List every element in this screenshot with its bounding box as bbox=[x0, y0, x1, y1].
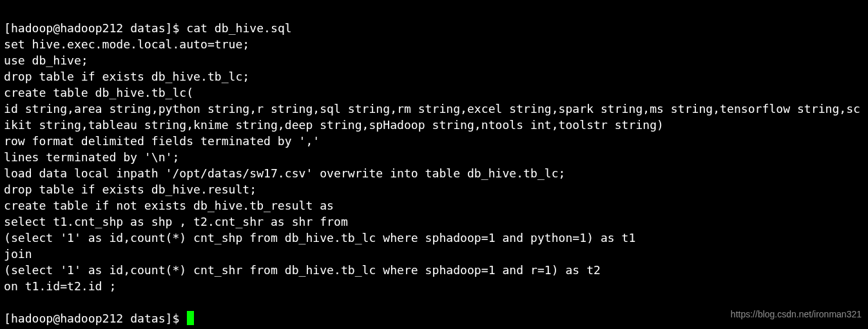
terminal-window[interactable]: [hadoop@hadoop212 datas]$ cat db_hive.sq… bbox=[0, 0, 868, 329]
prompt-line-1: [hadoop@hadoop212 datas]$ cat db_hive.sq… bbox=[4, 21, 292, 35]
prompt-open: [ bbox=[4, 312, 11, 325]
file-line: (select '1' as id,count(*) cnt_shp from … bbox=[4, 231, 635, 244]
prompt-host: hadoop212 bbox=[60, 312, 123, 325]
file-line: select t1.cnt_shp as shp , t2.cnt_shr as… bbox=[4, 215, 348, 228]
prompt-space bbox=[123, 21, 130, 35]
file-line: set hive.exec.mode.local.auto=true; bbox=[4, 37, 249, 51]
prompt-line-2: [hadoop@hadoop212 datas]$ bbox=[4, 312, 194, 325]
file-line: load data local inpath '/opt/datas/sw17.… bbox=[4, 166, 565, 180]
prompt-at: @ bbox=[53, 21, 60, 35]
prompt-user: hadoop bbox=[11, 21, 53, 35]
file-line: (select '1' as id,count(*) cnt_shr from … bbox=[4, 263, 601, 277]
prompt-at: @ bbox=[53, 312, 60, 325]
file-line: create table db_hive.tb_lc( bbox=[4, 86, 193, 99]
prompt-host: hadoop212 bbox=[60, 21, 123, 35]
file-line: on t1.id=t2.id ; bbox=[4, 279, 116, 293]
prompt-open: [ bbox=[4, 21, 11, 35]
watermark-text: https://blog.csdn.net/ironman321 bbox=[731, 306, 862, 323]
prompt-close: ]$ bbox=[166, 312, 187, 325]
prompt-path: datas bbox=[130, 312, 165, 325]
file-line: join bbox=[4, 247, 32, 261]
command-text: cat db_hive.sql bbox=[186, 21, 291, 35]
file-line: lines terminated by '\n'; bbox=[4, 150, 179, 164]
file-line: id string,area string,python string,r st… bbox=[4, 102, 860, 132]
prompt-space bbox=[123, 312, 130, 325]
prompt-path: datas bbox=[130, 21, 165, 35]
prompt-user: hadoop bbox=[11, 312, 53, 325]
prompt-close: ]$ bbox=[166, 21, 187, 35]
file-line: drop table if exists db_hive.result; bbox=[4, 183, 256, 196]
cursor-block bbox=[187, 311, 194, 325]
file-line: create table if not exists db_hive.tb_re… bbox=[4, 199, 334, 212]
file-line: row format delimited fields terminated b… bbox=[4, 134, 320, 148]
file-line: drop table if exists db_hive.tb_lc; bbox=[4, 70, 249, 83]
file-line: use db_hive; bbox=[4, 54, 88, 67]
